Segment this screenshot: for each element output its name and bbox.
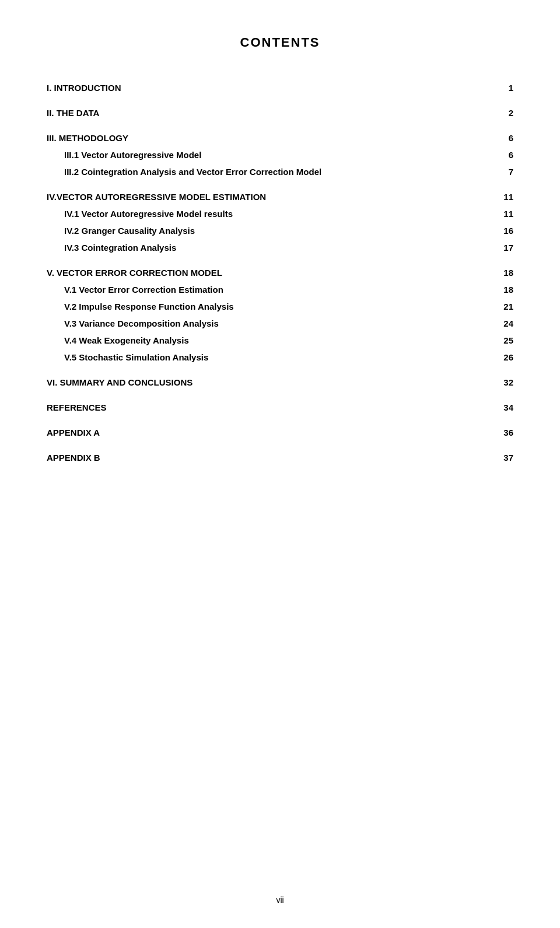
toc-row: III.2 Cointegration Analysis and Vector … — [47, 163, 513, 180]
toc-label: V.4 Weak Exogeneity Analysis — [47, 335, 496, 345]
toc-page-number: 2 — [496, 108, 513, 118]
toc-row: IV.VECTOR AUTOREGRESSIVE MODEL ESTIMATIO… — [47, 188, 513, 205]
toc-page-number: 11 — [496, 192, 513, 202]
toc-row: APPENDIX A36 — [47, 424, 513, 441]
toc-label: V. VECTOR ERROR CORRECTION MODEL — [47, 268, 496, 278]
toc-page-number: 16 — [496, 226, 513, 236]
toc-row: APPENDIX B37 — [47, 449, 513, 466]
toc-page-number: 18 — [496, 285, 513, 295]
toc-row: VI. SUMMARY AND CONCLUSIONS32 — [47, 374, 513, 391]
toc-row: V.3 Variance Decomposition Analysis24 — [47, 315, 513, 332]
toc-label: VI. SUMMARY AND CONCLUSIONS — [47, 377, 496, 387]
toc-label: IV.2 Granger Causality Analysis — [47, 226, 496, 236]
toc-page-number: 32 — [496, 377, 513, 387]
toc-label: IV.VECTOR AUTOREGRESSIVE MODEL ESTIMATIO… — [47, 192, 496, 202]
toc-label: III.1 Vector Autoregressive Model — [47, 150, 496, 160]
toc-page-number: 17 — [496, 243, 513, 253]
toc-label: REFERENCES — [47, 402, 496, 412]
page-number: vii — [276, 895, 284, 905]
toc-label: I. INTRODUCTION — [47, 83, 496, 93]
toc-label: IV.3 Cointegration Analysis — [47, 243, 496, 253]
toc-label: II. THE DATA — [47, 108, 496, 118]
toc-page-number: 37 — [496, 453, 513, 463]
toc-spacer — [47, 121, 513, 129]
toc-row: IV.3 Cointegration Analysis17 — [47, 239, 513, 256]
toc-spacer — [47, 366, 513, 374]
toc-label: IV.1 Vector Autoregressive Model results — [47, 209, 496, 219]
toc-row: V.5 Stochastic Simulation Analysis26 — [47, 349, 513, 366]
toc-page-number: 36 — [496, 428, 513, 437]
page-title: CONTENTS — [47, 35, 513, 50]
toc-spacer — [47, 180, 513, 188]
toc-label: III. METHODOLOGY — [47, 133, 496, 143]
toc-spacer — [47, 96, 513, 104]
toc-spacer — [47, 256, 513, 264]
toc-row: I. INTRODUCTION1 — [47, 79, 513, 96]
toc-label: APPENDIX B — [47, 453, 496, 463]
toc-page-number: 18 — [496, 268, 513, 278]
toc-row: V.2 Impulse Response Function Analysis21 — [47, 298, 513, 315]
toc-row: REFERENCES34 — [47, 399, 513, 416]
toc-row: III. METHODOLOGY6 — [47, 129, 513, 146]
toc-page-number: 25 — [496, 335, 513, 345]
toc-page-number: 1 — [496, 83, 513, 93]
toc-page-number: 26 — [496, 352, 513, 362]
toc-row: IV.2 Granger Causality Analysis16 — [47, 222, 513, 239]
toc-label: V.2 Impulse Response Function Analysis — [47, 302, 496, 311]
toc-label: III.2 Cointegration Analysis and Vector … — [47, 167, 496, 177]
toc-page-number: 24 — [496, 318, 513, 328]
page-footer: vii — [0, 895, 560, 905]
toc-page-number: 6 — [496, 133, 513, 143]
toc-row: V. VECTOR ERROR CORRECTION MODEL18 — [47, 264, 513, 281]
toc-row: IV.1 Vector Autoregressive Model results… — [47, 205, 513, 222]
toc-row: V.1 Vector Error Correction Estimation18 — [47, 281, 513, 298]
toc-page-number: 34 — [496, 402, 513, 412]
toc-spacer — [47, 416, 513, 424]
toc-page-number: 11 — [496, 209, 513, 219]
toc-container: I. INTRODUCTION1II. THE DATA2III. METHOD… — [47, 79, 513, 466]
toc-spacer — [47, 441, 513, 449]
toc-page-number: 7 — [496, 167, 513, 177]
toc-row: II. THE DATA2 — [47, 104, 513, 121]
toc-row: III.1 Vector Autoregressive Model6 — [47, 146, 513, 163]
toc-label: V.5 Stochastic Simulation Analysis — [47, 352, 496, 362]
toc-label: V.1 Vector Error Correction Estimation — [47, 285, 496, 295]
toc-label: APPENDIX A — [47, 428, 496, 437]
page-container: CONTENTS I. INTRODUCTION1II. THE DATA2II… — [0, 0, 560, 928]
toc-label: V.3 Variance Decomposition Analysis — [47, 318, 496, 328]
toc-row: V.4 Weak Exogeneity Analysis25 — [47, 332, 513, 349]
toc-page-number: 6 — [496, 150, 513, 160]
toc-page-number: 21 — [496, 302, 513, 311]
toc-spacer — [47, 391, 513, 399]
